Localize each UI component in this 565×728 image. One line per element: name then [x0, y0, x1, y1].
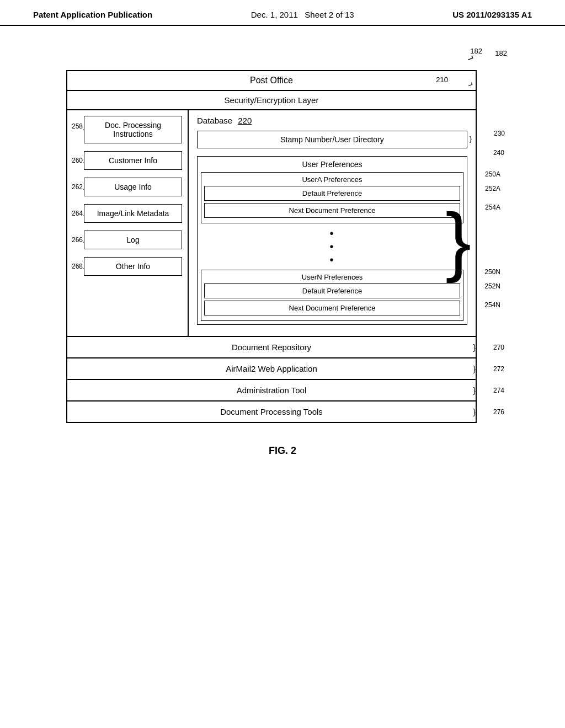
default-pref-N: Default Preference [204, 283, 460, 298]
post-office-row: Post Office 210 ⌐ [67, 71, 476, 91]
userA-prefs-label: UserA Preferences [204, 175, 460, 184]
left-item-wrapper-3: 262 ↘ Usage Info [84, 178, 182, 196]
ref-270-bracket: } [473, 343, 476, 352]
header-publication: Patent Application Publication [33, 10, 152, 19]
ref-260: 260 [72, 157, 83, 164]
ref-230: 230 [494, 130, 505, 137]
header-date: Dec. 1, 2011 [251, 10, 305, 19]
user-prefs-brace: } [445, 202, 471, 279]
ref-272-bracket: } [473, 365, 476, 373]
header-date-sheet: Dec. 1, 2011 Sheet 2 of 13 [251, 10, 354, 19]
ref-266: 266 [72, 236, 83, 244]
database-ref: 220 [238, 116, 252, 125]
database-title: Database [197, 116, 232, 125]
ellipsis-dots: ••• [201, 227, 463, 266]
left-column: 258 ↘ Doc. ProcessingInstructions 260 ↘ … [67, 110, 189, 336]
image-link-metadata: Image/Link Metadata [84, 204, 182, 223]
userN-prefs-label: UserN Preferences [204, 273, 460, 281]
document-repository-label: Document Repository [232, 342, 311, 352]
bottom-rows: Document Repository 270 } AirMail2 Web A… [67, 337, 476, 422]
figure-caption: FIG. 2 [33, 445, 532, 457]
next-doc-pref-N: Next Document Preference [204, 301, 460, 315]
ref-270: 270 [493, 344, 504, 351]
doc-processing-tools-label: Document Processing Tools [220, 407, 323, 416]
left-item-wrapper-2: 260 ↘ Customer Info [84, 151, 182, 170]
ref-252N: 252N [484, 282, 500, 290]
ref-210: 210 [436, 76, 448, 84]
doc-processing-instructions: Doc. ProcessingInstructions [84, 116, 182, 143]
header-sheet: Sheet 2 of 13 [305, 10, 354, 19]
header-patent-number: US 2011/0293135 A1 [452, 10, 532, 19]
ref-230-bracket: } [470, 135, 472, 143]
user-prefs-label: User Preferences [201, 160, 463, 169]
outer-box: Post Office 210 ⌐ Security/Encryption La… [66, 70, 477, 423]
administration-tool-row: Administration Tool 274 } [67, 380, 476, 402]
default-pref-A: Default Preference [204, 186, 460, 201]
ref-254N: 254N [484, 301, 500, 309]
ref-254A: 254A [485, 204, 500, 211]
ref-274: 274 [493, 387, 504, 394]
administration-tool-label: Administration Tool [237, 386, 306, 395]
ref-262: 262 [72, 183, 83, 191]
document-repository-row: Document Repository 270 } [67, 337, 476, 358]
left-item-wrapper-4: 264 ↘ Image/Link Metadata [84, 204, 182, 223]
ref-252A: 252A [485, 185, 500, 192]
diagram-area: 182 182 ⌐ Post Office 210 ⌐ Security/Enc… [0, 31, 565, 473]
userN-prefs-section: UserN Preferences Default Preference Nex… [201, 270, 463, 321]
ref-258: 258 [72, 122, 83, 130]
post-office-label: Post Office [67, 76, 476, 85]
left-item-wrapper-5: 266 ↘ Log [84, 231, 182, 249]
airmail-row: AirMail2 Web Application 272 } [67, 358, 476, 380]
security-row: Security/Encryption Layer [67, 91, 476, 110]
ref-250A: 250A [485, 170, 500, 178]
next-doc-pref-A: Next Document Preference [204, 203, 460, 218]
left-item-wrapper-1: 258 ↘ Doc. ProcessingInstructions [84, 116, 182, 143]
ref-264: 264 [72, 210, 83, 217]
other-info: Other Info [84, 257, 182, 276]
user-prefs-outer: User Preferences UserA Preferences Defau… [197, 156, 467, 325]
database-title-row: Database 220 [197, 116, 467, 125]
ref-240: 240 [493, 149, 504, 157]
ref-272: 272 [493, 365, 504, 373]
ref-182: 182 [495, 49, 507, 57]
usage-info: Usage Info [84, 178, 182, 196]
ref-274-bracket: } [473, 386, 476, 395]
page-header: Patent Application Publication Dec. 1, 2… [0, 0, 565, 26]
log: Log [84, 231, 182, 249]
database-column: Database 220 Stamp Number/User Directory… [189, 110, 476, 336]
ref-250N: 250N [484, 268, 500, 276]
ref-276: 276 [493, 408, 504, 416]
userA-prefs-section: UserA Preferences Default Preference Nex… [201, 172, 463, 223]
doc-processing-tools-row: Document Processing Tools 276 } [67, 402, 476, 422]
customer-info: Customer Info [84, 151, 182, 170]
ref-268: 268 [72, 263, 83, 270]
database-section: 258 ↘ Doc. ProcessingInstructions 260 ↘ … [67, 110, 476, 337]
stamp-box-wrapper: Stamp Number/User Directory 230 } [197, 131, 467, 148]
outer-wrapper: 182 182 ⌐ Post Office 210 ⌐ Security/Enc… [66, 70, 477, 423]
stamp-box: Stamp Number/User Directory [197, 131, 467, 148]
left-item-wrapper-6: 268 ↘ Other Info [84, 257, 182, 276]
ref-276-bracket: } [473, 408, 476, 416]
airmail-label: AirMail2 Web Application [226, 364, 317, 373]
